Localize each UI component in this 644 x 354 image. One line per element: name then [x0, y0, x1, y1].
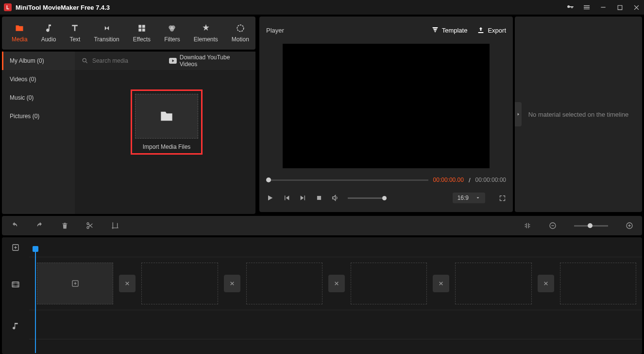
clip-slot[interactable]: [560, 263, 636, 304]
timeline[interactable]: [2, 237, 642, 354]
zoom-out-button[interactable]: [549, 222, 557, 230]
tab-motion-label: Motion: [232, 36, 249, 43]
download-youtube-button[interactable]: Download YouTube Videos: [169, 54, 249, 68]
tab-media[interactable]: Media: [5, 19, 34, 47]
youtube-icon: [169, 58, 177, 64]
tab-effects[interactable]: Effects: [126, 19, 157, 47]
zoom-in-button[interactable]: [626, 222, 633, 230]
template-label: Template: [442, 27, 468, 34]
svg-point-2: [170, 27, 174, 31]
import-clip-icon: [71, 279, 80, 288]
export-button[interactable]: Export: [477, 26, 506, 34]
add-track-button[interactable]: [2, 237, 29, 258]
license-key-icon[interactable]: [566, 3, 574, 11]
folder-icon: [160, 110, 173, 122]
tab-motion[interactable]: Motion: [225, 19, 256, 47]
crop-button[interactable]: [111, 222, 119, 230]
transition-slot[interactable]: [538, 275, 554, 292]
tab-transition[interactable]: Transition: [87, 19, 126, 47]
module-tabs: Media Audio Text Transition Effects Filt…: [2, 17, 255, 50]
clip-slot[interactable]: [246, 263, 322, 304]
clip-slot[interactable]: [455, 263, 531, 304]
undo-button[interactable]: [11, 222, 18, 230]
zoom-slider[interactable]: [574, 225, 608, 227]
download-youtube-label: Download YouTube Videos: [180, 54, 249, 68]
player-preview: [283, 44, 490, 168]
tab-filters-label: Filters: [164, 36, 180, 43]
export-icon: [477, 26, 485, 34]
player-time-sep: /: [469, 177, 471, 184]
properties-empty-text: No material selected on the timeline: [528, 111, 629, 118]
svg-point-4: [83, 58, 86, 62]
sidebar-item-videos[interactable]: Videos (0): [2, 70, 75, 88]
audio-track-icon: [2, 311, 29, 340]
tab-effects-label: Effects: [133, 36, 151, 43]
close-icon[interactable]: [632, 3, 640, 11]
menu-icon[interactable]: [583, 3, 591, 11]
tab-text-label: Text: [69, 36, 80, 43]
clip-slot[interactable]: [351, 263, 427, 304]
player-time-total: 00:00:00:00: [475, 177, 506, 183]
prev-frame-button[interactable]: [283, 194, 290, 202]
media-sidebar: My Album (0) Videos (0) Music (0) Pictur…: [2, 52, 75, 214]
delete-button[interactable]: [61, 222, 68, 230]
redo-button[interactable]: [36, 222, 44, 230]
tab-transition-label: Transition: [94, 36, 119, 43]
auto-fit-button[interactable]: [524, 222, 531, 230]
panel-expand-handle[interactable]: [515, 102, 522, 126]
transition-slot[interactable]: [224, 275, 240, 292]
aspect-ratio-value: 16:9: [458, 195, 469, 201]
properties-panel: No material selected on the timeline: [515, 17, 642, 212]
split-button[interactable]: [86, 222, 94, 230]
template-button[interactable]: Template: [431, 26, 468, 34]
app-logo-icon: L: [4, 3, 12, 11]
player-time-current: 00:00:00.00: [433, 177, 464, 183]
tab-audio-label: Audio: [41, 36, 56, 43]
app-title: MiniTool MovieMaker Free 7.4.3: [16, 4, 566, 11]
import-media-button[interactable]: [135, 94, 198, 139]
volume-button[interactable]: [331, 194, 339, 202]
fullscreen-button[interactable]: [499, 195, 506, 202]
svg-rect-12: [12, 282, 19, 287]
transition-slot[interactable]: [328, 275, 345, 292]
import-media-label: Import Media Files: [143, 143, 191, 150]
tab-filters[interactable]: Filters: [157, 19, 187, 47]
timeline-toolbar: [2, 216, 642, 235]
sidebar-item-music[interactable]: Music (0): [2, 88, 75, 107]
chevron-right-icon: [516, 111, 520, 117]
maximize-icon[interactable]: [616, 3, 624, 11]
search-input[interactable]: [92, 57, 165, 64]
video-track-icon: [2, 258, 29, 311]
export-label: Export: [488, 27, 506, 34]
tab-audio[interactable]: Audio: [34, 19, 63, 47]
player-seek-slider[interactable]: [266, 179, 428, 181]
volume-slider[interactable]: [348, 197, 387, 199]
tab-media-label: Media: [12, 36, 28, 43]
clip-slot[interactable]: [37, 263, 113, 304]
transition-slot[interactable]: [119, 275, 136, 292]
clip-slot[interactable]: [141, 263, 218, 304]
player-panel: Player Template Export 00:00:00.00 / 00:…: [259, 17, 513, 212]
sidebar-item-myalbum[interactable]: My Album (0): [2, 52, 75, 70]
tab-elements-label: Elements: [194, 36, 218, 43]
stop-button[interactable]: [316, 195, 322, 201]
template-icon: [431, 26, 439, 34]
svg-rect-6: [317, 196, 321, 200]
play-button[interactable]: [266, 194, 274, 202]
aspect-ratio-select[interactable]: 16:9: [453, 193, 485, 203]
next-frame-button[interactable]: [299, 194, 307, 202]
media-panel: Media Audio Text Transition Effects Filt…: [0, 15, 257, 214]
titlebar: L MiniTool MovieMaker Free 7.4.3: [0, 0, 644, 15]
svg-point-3: [237, 25, 243, 31]
tab-text[interactable]: Text: [63, 19, 87, 47]
audio-track[interactable]: [29, 310, 642, 339]
timeline-playhead[interactable]: [35, 246, 36, 353]
search-icon: [82, 57, 88, 64]
tab-elements[interactable]: Elements: [187, 19, 225, 47]
minimize-icon[interactable]: [599, 3, 607, 11]
player-title: Player: [266, 27, 422, 34]
chevron-down-icon: [475, 195, 480, 200]
sidebar-item-pictures[interactable]: Pictures (0): [2, 107, 75, 125]
video-track[interactable]: [29, 257, 642, 310]
transition-slot[interactable]: [433, 275, 449, 292]
